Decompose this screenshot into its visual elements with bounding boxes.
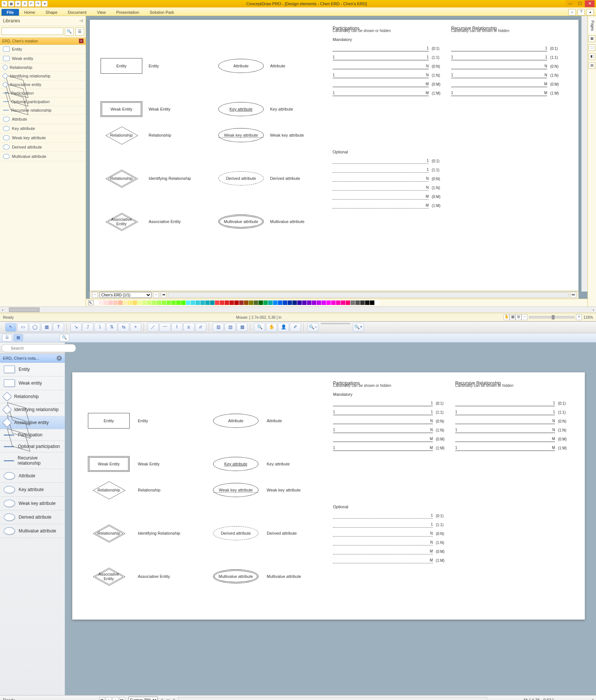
library-title[interactable]: ERD, Chen's nota... × (0, 354, 65, 363)
library-item[interactable]: Attribute (0, 115, 86, 124)
palette-swatch[interactable] (220, 300, 224, 305)
maximize-button[interactable]: ☐ (575, 0, 585, 7)
line-button[interactable]: ⫼ (183, 323, 194, 332)
search-input[interactable] (1, 28, 63, 35)
view-list-button[interactable]: ☰ (2, 334, 12, 341)
connector-button[interactable]: ↘ (70, 323, 82, 332)
library-item[interactable]: Attribute (0, 469, 65, 483)
library-item[interactable]: Weak entity (0, 376, 65, 390)
library-item[interactable]: Key attribute (0, 124, 86, 133)
palette-swatch[interactable] (355, 300, 360, 305)
qat-icon[interactable]: ▾ (15, 1, 21, 7)
page-last-button[interactable]: ⏭ (570, 292, 576, 298)
align-button[interactable]: ▦ (237, 323, 248, 332)
page-next-button[interactable]: › (112, 697, 118, 700)
palette-swatch[interactable] (244, 300, 248, 305)
zoom-slider[interactable] (529, 316, 574, 318)
connector-button[interactable]: ⇅ (106, 323, 117, 332)
close-library-button[interactable]: × (79, 39, 83, 43)
palette-swatch[interactable] (210, 300, 215, 305)
rail-button[interactable]: ▦ (589, 35, 595, 42)
palette-swatch[interactable] (302, 300, 307, 305)
palette-swatch[interactable] (137, 300, 142, 305)
palette-swatch[interactable] (341, 300, 345, 305)
palette-swatch[interactable] (288, 300, 292, 305)
palette-swatch[interactable] (108, 300, 113, 305)
ribbon-tab-document[interactable]: Document (63, 9, 92, 16)
library-item[interactable]: Entity (0, 363, 65, 376)
page-prev-button[interactable]: ‹ (92, 292, 98, 298)
palette-swatch[interactable] (346, 300, 350, 305)
line-button[interactable]: ／ (148, 323, 159, 332)
qat-icon[interactable]: ▦ (8, 1, 14, 7)
palette-swatch[interactable] (176, 300, 181, 305)
palette-swatch[interactable] (200, 300, 205, 305)
line-button[interactable]: ⫻ (195, 323, 206, 332)
zoom-in-button[interactable]: 🔍+ (353, 323, 364, 332)
palette-swatch[interactable] (283, 300, 287, 305)
palette-swatch[interactable] (351, 300, 355, 305)
grid-tool-button[interactable]: ▦ (41, 323, 52, 332)
search-options-button[interactable]: ☰ (75, 28, 84, 36)
palette-swatch[interactable] (360, 300, 365, 305)
search-button[interactable]: 🔍 (65, 28, 74, 36)
status-icon[interactable]: ⊞ (516, 314, 522, 320)
library-item[interactable]: Derived attribute (0, 143, 86, 152)
search-icon[interactable]: 🔍 (60, 334, 69, 341)
palette-swatch[interactable] (133, 300, 137, 305)
palette-swatch[interactable] (321, 300, 326, 305)
palette-swatch[interactable] (104, 300, 108, 305)
scroll-right-button[interactable]: › (591, 308, 596, 312)
palette-swatch[interactable] (225, 300, 229, 305)
library-item[interactable]: Multivalue attribute (0, 524, 65, 538)
library-item[interactable]: Weak key attribute (0, 497, 65, 510)
rail-button[interactable]: ◧ (589, 53, 595, 60)
add-button[interactable]: + (130, 323, 141, 332)
palette-swatch[interactable] (162, 300, 166, 305)
ribbon-tab-solutionpark[interactable]: Solution Park (145, 9, 179, 16)
palette-swatch[interactable] (191, 300, 195, 305)
qat-icon[interactable]: ⎘ (22, 1, 28, 7)
library-item[interactable]: Relationship (0, 63, 86, 72)
palette-swatch[interactable] (278, 300, 282, 305)
ribbon-tab-view[interactable]: View (92, 9, 111, 16)
zoom-out-button[interactable]: − (522, 314, 527, 320)
rect-tool-button[interactable]: ▭ (17, 323, 28, 332)
library-item[interactable]: Optional participation (0, 441, 65, 452)
palette-swatch[interactable] (375, 300, 379, 305)
palette-swatch[interactable] (118, 300, 123, 305)
ribbon-btn[interactable]: ▴ (586, 9, 594, 16)
oval-tool-button[interactable]: ◯ (29, 323, 40, 332)
hand-button[interactable]: ✋ (266, 323, 277, 332)
palette-swatch[interactable] (263, 300, 268, 305)
close-library-button[interactable]: × (57, 356, 62, 361)
view-grid-button[interactable]: ▦ (13, 334, 23, 341)
library-item[interactable]: Derived attribute (0, 510, 65, 524)
help-button[interactable]: ? (577, 9, 585, 16)
library-item[interactable]: Weak entity (0, 54, 86, 63)
palette-swatch[interactable] (123, 300, 127, 305)
qat-icon[interactable]: ▾ (42, 1, 48, 7)
palette-swatch[interactable] (365, 300, 370, 305)
print-button[interactable]: 👤 (278, 323, 289, 332)
palette-swatch[interactable] (152, 300, 156, 305)
palette-swatch[interactable] (215, 300, 219, 305)
palette-swatch[interactable] (229, 300, 234, 305)
library-item[interactable]: Relationship (0, 390, 65, 403)
pin-icon[interactable]: ⊣ (79, 18, 83, 23)
library-item[interactable]: Recursive relationship (0, 452, 65, 469)
horizontal-scrollbar[interactable] (178, 697, 487, 700)
palette-swatch[interactable] (273, 300, 278, 305)
palette-swatch[interactable] (336, 300, 340, 305)
resize-grip-icon[interactable]: ◢ (590, 698, 593, 700)
page-last-button[interactable]: ⏭ (119, 697, 125, 700)
palette-swatch[interactable] (292, 300, 297, 305)
vertical-scrollbar[interactable] (581, 16, 587, 292)
library-item[interactable]: Weak key attribute (0, 133, 86, 143)
palette-swatch[interactable] (326, 300, 331, 305)
palette-swatch[interactable] (113, 300, 118, 305)
library-item[interactable]: Key attribute (0, 483, 65, 497)
palette-tool-icon[interactable]: ✎ (88, 300, 93, 305)
qat-icon[interactable]: ↶ (28, 1, 34, 7)
pointer-tool-button[interactable]: ↖ (5, 323, 16, 332)
